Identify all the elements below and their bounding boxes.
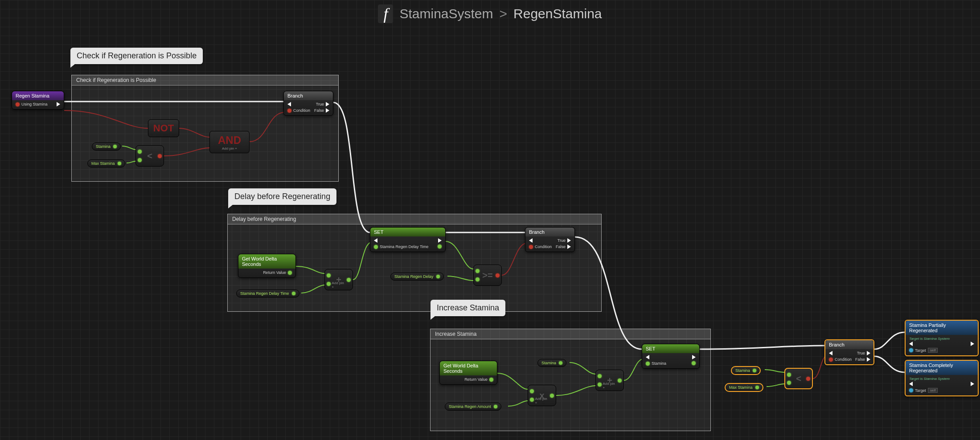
var-max-stamina-2[interactable]: Max Stamina xyxy=(725,383,763,392)
pin-return[interactable]: Return Value xyxy=(263,270,286,275)
event-partial-regen[interactable]: Stamina Partially Regenerated Target is … xyxy=(905,320,979,356)
pin-using-stamina[interactable]: Using Stamina xyxy=(21,102,48,106)
node-title: Branch xyxy=(284,91,333,100)
region-title: Increase Stamina xyxy=(431,329,710,339)
tooltip-region-1: Check if Regeneration is Possible xyxy=(70,48,203,64)
event-complete-regen[interactable]: Stamina Completely Regenerated Target is… xyxy=(905,360,979,396)
breadcrumb-parent[interactable]: StaminaSystem xyxy=(399,6,493,21)
op-not[interactable]: NOT xyxy=(148,119,179,137)
pin-true[interactable]: True xyxy=(316,102,324,106)
tooltip-region-3: Increase Stamina xyxy=(431,300,505,316)
set-stamina[interactable]: SET Stamina xyxy=(642,344,700,369)
var-regen-amount[interactable]: Stamina Regen Amount xyxy=(445,403,501,411)
function-entry-node[interactable]: Regen Stamina Using Stamina xyxy=(12,91,64,110)
node-title: SET xyxy=(370,228,445,236)
var-regen-delay[interactable]: Stamina Regen Delay xyxy=(390,273,444,281)
op-less-than[interactable]: < xyxy=(135,145,164,167)
set-regen-delay-time[interactable]: SET Stamina Regen Delay Time xyxy=(370,227,446,252)
region-title: Check if Regeneration is Possible xyxy=(72,75,338,86)
pin-condition[interactable]: Condition xyxy=(293,108,310,113)
var-max-stamina[interactable]: Max Stamina xyxy=(87,159,125,167)
function-icon: f xyxy=(378,4,393,23)
get-world-delta-seconds-2[interactable]: Get World Delta Seconds Return Value xyxy=(439,361,497,385)
breadcrumb-current: RegenStamina xyxy=(513,6,602,21)
get-world-delta-seconds[interactable]: Get World Delta Seconds Return Value xyxy=(238,254,296,278)
tooltip-region-2: Delay before Regenerating xyxy=(228,188,336,205)
op-multiply[interactable]: x Add pin + xyxy=(528,385,556,406)
node-title: Regen Stamina xyxy=(12,91,64,100)
op-add-1[interactable]: + Add pin + xyxy=(324,269,353,290)
var-stamina[interactable]: Stamina xyxy=(92,143,121,151)
var-regen-delay-time[interactable]: Stamina Regen Delay Time xyxy=(236,289,299,297)
op-and[interactable]: AND Add pin + xyxy=(209,131,250,153)
op-add-2[interactable]: + Add pin + xyxy=(595,370,624,391)
node-subtitle: Target is Stamina System xyxy=(909,337,974,341)
region-title: Delay before Regenerating xyxy=(228,214,601,224)
node-title: Get World Delta Seconds xyxy=(238,254,295,269)
add-pin[interactable]: Add pin + xyxy=(222,147,237,151)
branch-node-3[interactable]: Branch Condition True False xyxy=(824,339,874,365)
pin-false[interactable]: False xyxy=(314,108,324,113)
pin-regen-delay-time[interactable]: Stamina Regen Delay Time xyxy=(380,244,429,249)
branch-node-2[interactable]: Branch Condition True False xyxy=(525,227,575,252)
branch-node-1[interactable]: Branch Condition True False xyxy=(283,91,333,116)
breadcrumb-sep: > xyxy=(500,6,508,21)
op-gte[interactable]: >= xyxy=(473,265,502,286)
op-less-than-2[interactable]: < xyxy=(784,368,813,389)
var-stamina-3[interactable]: Stamina xyxy=(731,366,761,375)
add-pin[interactable]: Add pin + xyxy=(332,281,346,289)
breadcrumb: f StaminaSystem > RegenStamina xyxy=(0,4,980,23)
var-stamina-2[interactable]: Stamina xyxy=(537,359,566,367)
